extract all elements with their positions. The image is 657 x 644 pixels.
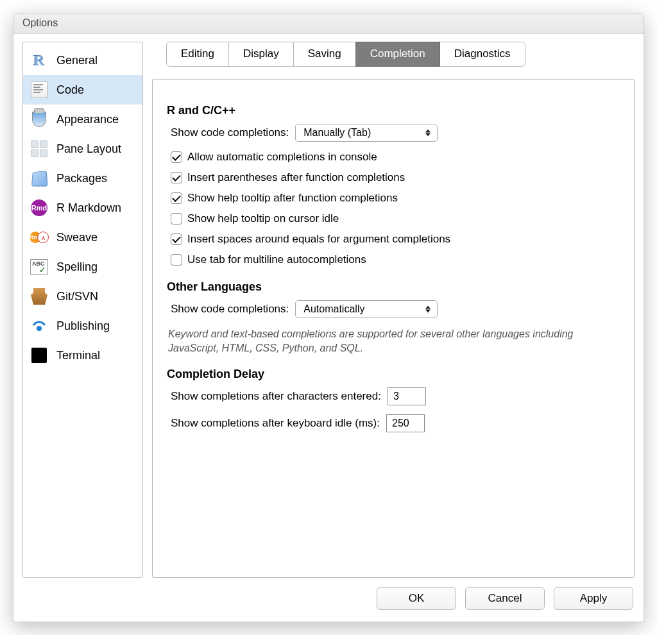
rmarkdown-icon: Rmd (30, 198, 49, 217)
checkbox-icon (171, 192, 182, 204)
sidebar-item-label: Git/SVN (56, 290, 98, 303)
sidebar-item-packages[interactable]: Packages (23, 164, 142, 193)
delay-idle-label: Show completions after keyboard idle (ms… (171, 417, 380, 430)
select-caret-icon (425, 306, 431, 313)
terminal-icon (30, 346, 49, 365)
select-value: Manually (Tab) (303, 127, 371, 139)
sidebar-item-label: General (56, 54, 98, 67)
check-spaces-equals[interactable]: Insert spaces around equals for argument… (167, 233, 620, 246)
check-label: Insert spaces around equals for argument… (187, 233, 450, 246)
delay-idle-input[interactable] (386, 414, 425, 432)
check-help-tooltip-function[interactable]: Show help tooltip after function complet… (167, 192, 620, 205)
check-label: Use tab for multiline autocompletions (187, 253, 366, 266)
sidebar-item-publishing[interactable]: Publishing (23, 311, 142, 341)
select-caret-icon (425, 130, 431, 137)
sidebar-item-label: Sweave (56, 231, 98, 244)
completion-panel: R and C/C++ Show code completions: Manua… (152, 79, 635, 578)
other-show-completions-row: Show code completions: Automatically (167, 300, 620, 318)
sidebar-item-sweave[interactable]: Rnw∧ Sweave (23, 223, 142, 252)
svg-point-0 (37, 326, 42, 331)
delay-chars-row: Show completions after characters entere… (167, 387, 620, 405)
sidebar-item-label: Appearance (56, 113, 119, 126)
ok-button[interactable]: OK (377, 587, 456, 610)
tab-diagnostics[interactable]: Diagnostics (439, 42, 525, 67)
publishing-icon (30, 316, 49, 335)
tab-bar: Editing Display Saving Completion Diagno… (152, 42, 635, 66)
other-show-completions-label: Show code completions: (171, 303, 289, 316)
options-dialog: Options R General Code Appearance Pane L… (13, 13, 644, 622)
delay-idle-row: Show completions after keyboard idle (ms… (167, 414, 620, 432)
check-label: Show help tooltip after function complet… (187, 192, 398, 205)
section-title-r-c: R and C/C++ (167, 104, 620, 117)
check-parentheses[interactable]: Insert parentheses after function comple… (167, 171, 620, 184)
sweave-icon: Rnw∧ (30, 228, 49, 247)
sidebar-item-spelling[interactable]: ABC Spelling (23, 252, 142, 282)
show-completions-select[interactable]: Manually (Tab) (295, 124, 438, 142)
pane-grid-icon (30, 139, 49, 158)
tab-editing[interactable]: Editing (166, 42, 229, 67)
apply-button[interactable]: Apply (554, 587, 633, 610)
sidebar-item-label: R Markdown (56, 201, 121, 215)
paint-bucket-icon (30, 110, 49, 129)
r-icon: R (30, 51, 49, 70)
button-bar: OK Cancel Apply (13, 578, 644, 622)
section-title-other: Other Languages (167, 280, 620, 294)
cardboard-box-icon (30, 287, 49, 306)
cancel-button[interactable]: Cancel (465, 587, 545, 610)
other-languages-note: Keyword and text-based completions are s… (167, 327, 620, 355)
sidebar-item-label: Packages (56, 172, 107, 185)
checkbox-icon (171, 172, 182, 183)
sidebar-item-label: Publishing (56, 319, 110, 333)
dialog-title: Options (13, 13, 644, 34)
check-label: Allow automatic completions in console (187, 151, 377, 164)
sidebar-item-label: Code (56, 83, 84, 97)
sidebar-item-label: Pane Layout (56, 142, 121, 156)
tab-completion[interactable]: Completion (355, 42, 440, 67)
check-label: Show help tooltip on cursor idle (187, 212, 339, 225)
code-file-icon (30, 80, 49, 99)
show-completions-label: Show code completions: (171, 126, 289, 139)
sidebar-item-label: Spelling (56, 260, 98, 274)
check-tab-multiline[interactable]: Use tab for multiline autocompletions (167, 253, 620, 266)
show-completions-row: Show code completions: Manually (Tab) (167, 124, 620, 142)
sidebar-item-git-svn[interactable]: Git/SVN (23, 282, 142, 311)
checkbox-icon (171, 254, 182, 266)
sidebar-item-appearance[interactable]: Appearance (23, 105, 142, 134)
delay-chars-label: Show completions after characters entere… (171, 390, 381, 403)
delay-chars-input[interactable] (388, 387, 426, 405)
spelling-icon: ABC (30, 257, 49, 276)
sidebar-item-label: Terminal (56, 349, 100, 362)
package-box-icon (30, 169, 49, 188)
sidebar-item-general[interactable]: R General (23, 46, 142, 75)
section-title-delay: Completion Delay (167, 368, 620, 381)
check-label: Insert parentheses after function comple… (187, 171, 405, 184)
main-area: Editing Display Saving Completion Diagno… (152, 42, 635, 578)
sidebar-item-code[interactable]: Code (23, 75, 142, 105)
tab-display[interactable]: Display (228, 42, 294, 67)
sidebar-item-terminal[interactable]: Terminal (23, 341, 142, 370)
sidebar-item-rmarkdown[interactable]: Rmd R Markdown (23, 193, 142, 223)
tab-saving[interactable]: Saving (293, 42, 356, 67)
other-show-completions-select[interactable]: Automatically (295, 300, 438, 318)
checkbox-icon (171, 213, 182, 225)
sidebar: R General Code Appearance Pane Layout Pa… (22, 42, 143, 578)
select-value: Automatically (303, 303, 364, 315)
checkbox-icon (171, 151, 182, 163)
dialog-body: R General Code Appearance Pane Layout Pa… (13, 34, 644, 578)
sidebar-item-pane-layout[interactable]: Pane Layout (23, 134, 142, 164)
checkbox-icon (171, 233, 182, 245)
check-auto-console[interactable]: Allow automatic completions in console (167, 151, 620, 164)
check-help-tooltip-idle[interactable]: Show help tooltip on cursor idle (167, 212, 620, 225)
